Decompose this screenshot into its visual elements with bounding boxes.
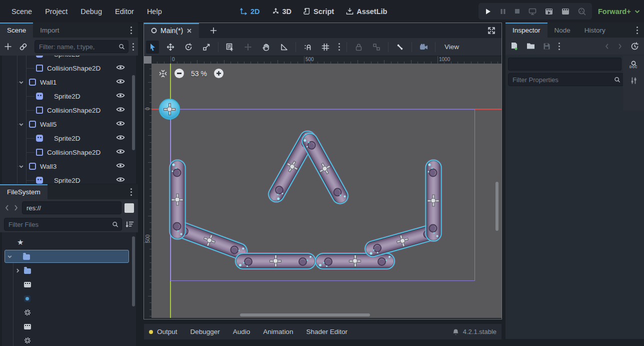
stop-button[interactable]	[514, 9, 520, 14]
filesystem-row-readme-md[interactable]	[2, 333, 136, 346]
save-resource-button[interactable]	[543, 43, 550, 50]
visibility-eye-icon[interactable]	[116, 92, 125, 99]
scene-tree-row-sprite2d-6[interactable]: Sprite2D	[2, 131, 136, 145]
scene-dock-menu-icon[interactable]	[130, 27, 132, 34]
visibility-eye-icon[interactable]	[116, 120, 125, 127]
bottom-tab-debugger[interactable]: Debugger	[190, 328, 220, 335]
filesystem-row-assets[interactable]	[2, 263, 136, 277]
tab-node[interactable]: Node	[548, 23, 578, 38]
move-gizmo[interactable]	[284, 159, 300, 174]
move-gizmo[interactable]	[395, 233, 408, 247]
nav-back-icon[interactable]	[4, 204, 10, 211]
scene-tree-row-collisionshape2d-1[interactable]: CollisionShape2D	[2, 61, 136, 75]
snap-options-menu-icon[interactable]	[337, 43, 342, 51]
renderer-selector[interactable]: Forward+	[598, 0, 640, 23]
filesystem-row-ball-tscn[interactable]	[2, 277, 136, 291]
object-history-icon[interactable]	[630, 42, 639, 51]
add-node-button[interactable]	[4, 43, 12, 51]
grid-snap-toggle[interactable]	[319, 41, 332, 54]
menu-editor[interactable]: Editor	[108, 8, 140, 16]
chevron-down-icon[interactable]	[18, 122, 24, 127]
wall-capsule-bottom-left[interactable]	[235, 253, 316, 269]
move-tool-button[interactable]	[164, 41, 177, 54]
scene-tree-row-sprite2d-0[interactable]: Sprite2D	[2, 56, 136, 61]
filesystem-row-favorites-[interactable]: ★	[2, 235, 136, 249]
play-button[interactable]	[484, 8, 492, 15]
scene-tab-main[interactable]: Main(*)	[144, 23, 199, 38]
bottom-tab-shader-editor[interactable]: Shader Editor	[306, 328, 348, 335]
file-filter-input[interactable]	[8, 220, 112, 229]
bottom-tab-output[interactable]: Output	[157, 328, 178, 335]
new-resource-button[interactable]	[510, 42, 518, 51]
mode-assetlib-button[interactable]: AssetLib	[346, 8, 387, 16]
rotate-tool-button[interactable]	[182, 41, 195, 54]
scene-tree-menu-icon[interactable]	[132, 43, 134, 51]
current-path-input[interactable]	[26, 204, 118, 212]
history-back-icon[interactable]	[604, 43, 610, 50]
wall-capsule-left-vertical[interactable]	[170, 159, 186, 239]
lock-node-button[interactable]	[352, 41, 365, 54]
menu-project[interactable]: Project	[38, 8, 74, 16]
tab-inspector[interactable]: Inspector	[506, 23, 548, 38]
pivot-tool-button[interactable]	[242, 41, 254, 54]
move-gizmo[interactable]	[164, 104, 175, 115]
center-view-icon[interactable]	[158, 69, 168, 78]
ruler-tool-button[interactable]	[278, 41, 290, 54]
visibility-eye-icon[interactable]	[116, 64, 125, 71]
bottom-tab-animation[interactable]: Animation	[263, 328, 293, 335]
filesystem-row-icon-svg[interactable]	[2, 291, 136, 305]
mode-3d-button[interactable]: 3D	[272, 8, 292, 16]
tab-scene[interactable]: Scene	[0, 23, 33, 38]
visibility-eye-icon[interactable]	[116, 106, 125, 113]
tab-import[interactable]: Import	[33, 23, 66, 38]
move-gizmo[interactable]	[428, 195, 439, 206]
expand-viewport-icon[interactable]	[488, 27, 496, 35]
notification-bell-icon[interactable]	[452, 328, 459, 335]
skeleton-options-button[interactable]	[394, 41, 406, 54]
canvas-hscrollbar[interactable]	[240, 313, 370, 316]
close-icon[interactable]	[186, 28, 192, 34]
move-gizmo[interactable]	[172, 194, 183, 205]
scene-tree-scrollbar[interactable]	[132, 75, 135, 150]
view-menu-button[interactable]: View	[440, 41, 463, 53]
canvas-vscrollbar[interactable]	[496, 182, 498, 231]
zoom-in-button[interactable]	[214, 69, 224, 78]
zoom-percentage[interactable]: 53 %	[191, 70, 207, 78]
move-gizmo[interactable]	[318, 161, 332, 176]
move-gizmo[interactable]	[270, 255, 281, 266]
filesystem-row-main-tscn[interactable]	[2, 319, 136, 333]
scene-tree-row-sprite2d-9[interactable]: Sprite2D	[2, 173, 136, 184]
tab-history[interactable]: History	[578, 23, 612, 38]
menu-scene[interactable]: Scene	[5, 8, 38, 16]
play-scene-button[interactable]	[545, 8, 553, 15]
property-tools-icon[interactable]	[630, 77, 638, 85]
canvas-area[interactable]: 53 %	[152, 64, 502, 318]
scene-tree-row-wall3-8[interactable]: Wall3	[2, 159, 136, 173]
mode-script-button[interactable]: Script	[304, 8, 334, 16]
history-forward-icon[interactable]	[618, 43, 622, 50]
scene-tree-row-sprite2d-3[interactable]: Sprite2D	[2, 89, 136, 103]
remote-debug-button[interactable]	[528, 8, 536, 15]
visibility-eye-icon[interactable]	[116, 148, 125, 155]
wall-capsule-bottom-right[interactable]	[315, 253, 395, 269]
visibility-eye-icon[interactable]	[116, 134, 125, 141]
list-select-tool-button[interactable]	[224, 41, 236, 54]
nav-forward-icon[interactable]	[13, 204, 19, 211]
camera-override-button[interactable]	[417, 41, 430, 54]
search-docs-button[interactable]: DOC	[630, 61, 638, 69]
toggle-split-mode-button[interactable]	[124, 203, 134, 213]
scene-tree-row-collisionshape2d-4[interactable]: CollisionShape2D	[2, 103, 136, 117]
visibility-eye-icon[interactable]	[116, 176, 125, 183]
mode-2d-button[interactable]: 2D	[240, 8, 260, 16]
select-tool-button[interactable]	[146, 41, 159, 54]
load-resource-folder-button[interactable]	[526, 43, 535, 50]
file-sort-icon[interactable]	[126, 221, 134, 228]
ball-node[interactable]	[159, 99, 180, 120]
move-gizmo[interactable]	[350, 255, 360, 266]
scene-filter-input[interactable]	[38, 43, 118, 51]
tab-filesystem[interactable]: FileSystem	[0, 184, 48, 199]
scene-tree-row-wall1-2[interactable]: Wall1	[2, 75, 136, 89]
scale-tool-button[interactable]	[200, 41, 213, 54]
inspector-menu-icon[interactable]	[636, 27, 638, 34]
filesystem-row-res-[interactable]	[2, 249, 136, 263]
